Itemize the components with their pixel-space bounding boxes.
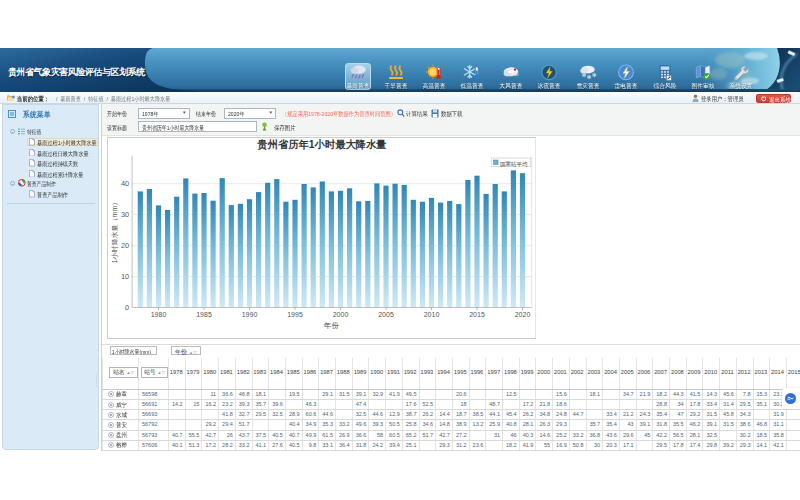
svg-text:贵州省历年1小时最大降水量: 贵州省历年1小时最大降水量 xyxy=(256,138,386,151)
svg-text:20: 20 xyxy=(120,241,128,250)
svg-text:0: 0 xyxy=(125,303,129,312)
svg-text:40: 40 xyxy=(120,179,128,188)
svg-text:10: 10 xyxy=(120,272,128,281)
svg-text:✻: ✻ xyxy=(591,72,596,78)
svg-text:2020: 2020 xyxy=(514,311,530,318)
svg-text:30: 30 xyxy=(120,210,128,219)
svg-text:1990: 1990 xyxy=(241,311,257,318)
svg-text:✻: ✻ xyxy=(581,72,586,78)
svg-text:1小时降水量（mm）: 1小时降水量（mm） xyxy=(110,199,118,264)
svg-text:2015: 2015 xyxy=(469,311,485,318)
svg-text:1985: 1985 xyxy=(196,311,212,318)
svg-text:2000: 2000 xyxy=(332,311,348,318)
svg-text:1980: 1980 xyxy=(150,311,166,318)
svg-text:✻: ✻ xyxy=(586,74,591,80)
svg-text:年份: 年份 xyxy=(323,321,340,330)
svg-text:2010: 2010 xyxy=(423,311,439,318)
svg-text:国家站平均: 国家站平均 xyxy=(500,161,528,168)
svg-text:2005: 2005 xyxy=(378,311,394,318)
svg-text:1995: 1995 xyxy=(287,311,303,318)
